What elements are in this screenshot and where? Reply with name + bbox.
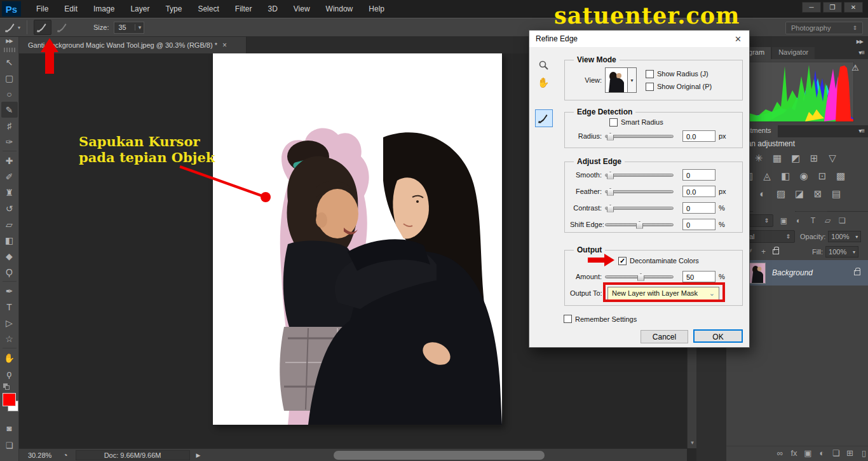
posterize-icon[interactable]: ▨ — [775, 188, 787, 200]
menu-view[interactable]: View — [294, 4, 310, 13]
color-lookup-icon[interactable]: ▩ — [835, 170, 846, 182]
workspace-switcher[interactable]: Photography ⇕ — [785, 22, 863, 34]
hand-tool-icon[interactable]: ✋ — [536, 75, 551, 90]
smart-radius-option[interactable]: Smart Radius — [609, 118, 663, 127]
new-group-icon[interactable]: ❏ — [832, 448, 840, 458]
filter-shape-layers-icon[interactable]: ▱ — [822, 216, 833, 225]
new-layer-icon[interactable]: ⊞ — [846, 448, 854, 458]
blur-tool-icon[interactable]: ◆ — [1, 248, 18, 264]
shift-edge-input[interactable] — [682, 219, 715, 230]
menu-window[interactable]: Window — [326, 4, 353, 13]
show-radius-checkbox[interactable] — [646, 70, 654, 78]
collapse-toolbar-icon[interactable]: ▶▶ — [6, 38, 12, 46]
radius-slider[interactable] — [605, 135, 674, 138]
menu-file[interactable]: File — [36, 4, 48, 13]
document-image[interactable] — [213, 53, 502, 425]
smart-radius-checkbox[interactable] — [609, 118, 618, 127]
crop-tool-icon[interactable]: ♯ — [1, 118, 18, 134]
filter-smart-objects-icon[interactable]: ❏ — [837, 216, 848, 225]
marquee-tool-icon[interactable]: ▢ — [1, 70, 18, 86]
status-expand-icon[interactable]: ▶ — [196, 452, 201, 458]
black-white-icon[interactable]: ◧ — [780, 170, 791, 182]
close-button[interactable]: ✕ — [844, 2, 863, 13]
menu-filter[interactable]: Filter — [235, 4, 252, 13]
tool-preset-picker[interactable]: ▾ — [5, 22, 20, 33]
quick-mask-icon[interactable]: ◙ — [1, 420, 18, 436]
remember-settings-option[interactable]: Remember Settings — [564, 315, 637, 323]
filter-pixel-layers-icon[interactable]: ▣ — [778, 216, 789, 225]
amount-input[interactable] — [682, 271, 715, 282]
gradient-tool-icon[interactable]: ◧ — [1, 232, 18, 248]
fill-combo[interactable]: 100% ▾ — [825, 246, 858, 258]
zoom-tool-icon[interactable] — [536, 57, 551, 72]
erase-refinements-tool-button[interactable] — [54, 20, 72, 35]
contrast-input[interactable] — [682, 202, 715, 214]
add-layer-mask-icon[interactable]: ▣ — [804, 448, 812, 458]
refine-radius-tool-selected[interactable] — [535, 109, 553, 127]
lasso-tool-icon[interactable]: ○ — [1, 86, 18, 102]
decontaminate-option[interactable]: ✓ Decontaminate Colors — [618, 257, 699, 265]
feather-input[interactable] — [682, 186, 715, 197]
threshold-icon[interactable]: ◪ — [794, 188, 805, 200]
lock-all-icon[interactable] — [773, 249, 779, 254]
vibrance-icon[interactable]: ▽ — [827, 153, 838, 164]
selective-color-icon[interactable]: ⊠ — [812, 188, 824, 200]
dialog-close-icon[interactable]: ✕ — [735, 34, 742, 44]
levels-icon[interactable]: ▦ — [771, 153, 783, 164]
opacity-combo[interactable]: 100% ▾ — [828, 231, 861, 242]
cancel-button[interactable]: Cancel — [641, 330, 688, 343]
swap-colors-icon[interactable] — [3, 383, 17, 390]
menu-image[interactable]: Image — [93, 4, 114, 13]
filter-adjustment-layers-icon[interactable]: ◐ — [793, 216, 804, 225]
menu-3d[interactable]: 3D — [268, 4, 277, 13]
type-tool-icon[interactable]: T — [1, 299, 18, 315]
warning-icon[interactable]: ⚠ — [851, 63, 859, 72]
collapse-panels-icon[interactable]: ▶▶ — [857, 39, 863, 45]
restore-button[interactable]: ❐ — [823, 2, 842, 13]
contrast-slider[interactable] — [605, 207, 674, 210]
smooth-slider[interactable] — [605, 174, 674, 177]
pen-tool-icon[interactable]: ✒ — [1, 283, 18, 299]
amount-slider-thumb[interactable] — [637, 273, 644, 281]
zoom-level[interactable]: 30.28% — [28, 451, 51, 459]
menu-layer[interactable]: Layer — [130, 4, 149, 13]
new-adjustment-layer-icon[interactable]: ◐ — [818, 448, 826, 458]
quick-selection-tool-icon[interactable]: ✎ — [1, 102, 18, 118]
show-original-option[interactable]: Show Original (P) — [646, 83, 712, 91]
eyedropper-tool-icon[interactable]: ✑ — [1, 134, 18, 149]
dodge-tool-icon[interactable]: Ϙ — [1, 264, 18, 280]
smooth-input[interactable] — [682, 169, 715, 181]
smooth-slider-thumb[interactable] — [607, 172, 614, 179]
eraser-tool-icon[interactable]: ▱ — [1, 216, 18, 232]
minimize-button[interactable]: ─ — [802, 2, 821, 13]
radius-input[interactable] — [682, 130, 715, 142]
panel-menu-icon[interactable]: ▾≡ — [858, 49, 864, 56]
clone-stamp-tool-icon[interactable]: ♜ — [1, 184, 18, 200]
show-radius-option[interactable]: Show Radius (J) — [646, 70, 712, 78]
show-original-checkbox[interactable] — [646, 83, 654, 91]
menu-select[interactable]: Select — [198, 4, 219, 13]
layer-effects-icon[interactable]: fx — [790, 448, 798, 458]
ok-button[interactable]: OK — [693, 329, 743, 343]
color-balance-icon[interactable]: ◬ — [761, 170, 773, 182]
amount-slider[interactable] — [605, 275, 674, 279]
path-selection-tool-icon[interactable]: ▷ — [1, 315, 18, 331]
radius-slider-thumb[interactable] — [607, 133, 614, 141]
tab-close-icon[interactable]: × — [222, 41, 227, 50]
invert-icon[interactable]: ◐ — [757, 188, 768, 200]
layer-thumbnail[interactable] — [749, 263, 766, 284]
refine-radius-tool-button[interactable] — [34, 20, 51, 35]
move-tool-icon[interactable]: ↖ — [1, 54, 18, 70]
gradient-map-icon[interactable]: ▤ — [831, 188, 842, 200]
shift-edge-slider[interactable] — [605, 223, 674, 226]
shift-edge-slider-thumb[interactable] — [636, 221, 643, 229]
photo-filter-icon[interactable]: ◉ — [798, 170, 810, 182]
healing-brush-tool-icon[interactable]: ✚ — [1, 153, 18, 169]
feather-slider[interactable] — [605, 190, 674, 193]
contrast-slider-thumb[interactable] — [607, 205, 614, 212]
brightness-contrast-icon[interactable]: ✳ — [753, 153, 764, 164]
document-size[interactable]: Doc: 9.66M/9.66M — [76, 450, 190, 460]
menu-help[interactable]: Help — [369, 4, 384, 13]
dialog-title-bar[interactable]: Refine Edge ✕ — [529, 31, 749, 47]
horizontal-scrollbar-thumb[interactable] — [334, 451, 545, 460]
